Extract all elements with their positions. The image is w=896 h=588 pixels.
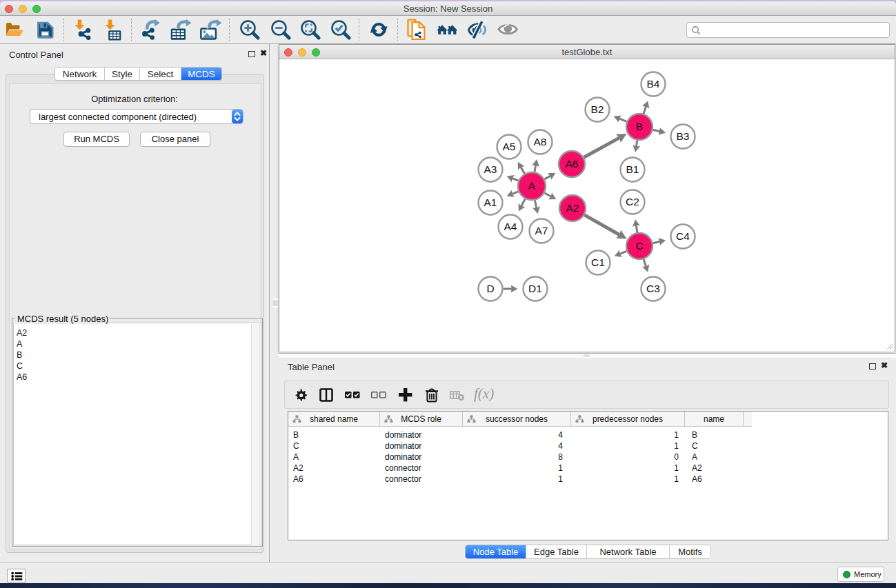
svg-text:B1: B1 bbox=[626, 163, 639, 175]
svg-text:C4: C4 bbox=[676, 230, 690, 242]
svg-text:A4: A4 bbox=[504, 221, 517, 232]
svg-text:C1: C1 bbox=[591, 256, 605, 268]
svg-text:A7: A7 bbox=[535, 225, 548, 236]
svg-text:C: C bbox=[635, 240, 643, 252]
svg-text:A8: A8 bbox=[534, 136, 547, 148]
svg-text:B4: B4 bbox=[647, 78, 660, 90]
svg-text:C3: C3 bbox=[646, 283, 660, 294]
svg-text:B2: B2 bbox=[591, 103, 604, 115]
svg-text:A1: A1 bbox=[484, 196, 497, 208]
svg-text:A: A bbox=[528, 180, 536, 192]
svg-text:A5: A5 bbox=[503, 141, 516, 152]
svg-text:D: D bbox=[486, 283, 494, 294]
svg-text:B3: B3 bbox=[677, 130, 690, 142]
svg-text:D1: D1 bbox=[528, 283, 542, 294]
svg-text:B: B bbox=[636, 121, 643, 132]
svg-text:C2: C2 bbox=[626, 196, 639, 207]
svg-text:A6: A6 bbox=[566, 158, 579, 170]
svg-text:A2: A2 bbox=[566, 202, 579, 214]
svg-text:A3: A3 bbox=[484, 163, 497, 175]
